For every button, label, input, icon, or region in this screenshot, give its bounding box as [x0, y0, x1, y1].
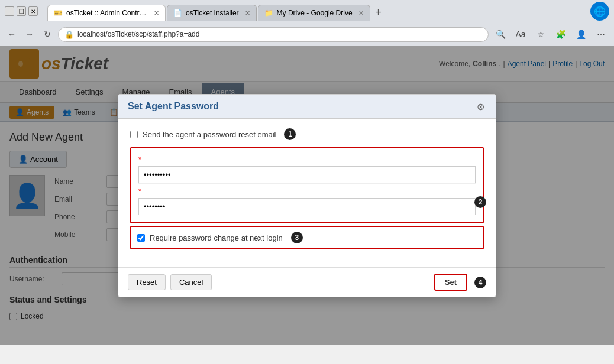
browser-profile-icon[interactable]: 👤 — [573, 26, 589, 43]
cancel-button[interactable]: Cancel — [170, 274, 212, 290]
forward-button[interactable]: → — [22, 27, 37, 41]
tab-label-3: My Drive - Google Drive — [277, 9, 353, 17]
confirm-password-input[interactable] — [138, 198, 476, 215]
modal-body: Send the agent a password reset email 1 … — [118, 119, 496, 267]
modal-close-button[interactable]: ⊗ — [474, 100, 486, 112]
edge-icon: 🌐 — [590, 2, 609, 21]
read-mode-icon[interactable]: Aa — [512, 26, 529, 43]
restore-button[interactable]: ❐ — [17, 6, 26, 16]
tab-osticket-admin[interactable]: 🎫 osTicket :: Admin Control Panel ✕ — [47, 5, 166, 21]
browser-extension-icon[interactable]: 🧩 — [552, 26, 569, 43]
set-button[interactable]: Set — [434, 274, 467, 291]
tab-label: osTicket :: Admin Control Panel — [66, 9, 148, 17]
password-input[interactable] — [138, 166, 476, 183]
lock-icon: 🔒 — [64, 30, 74, 39]
close-tab-icon[interactable]: ✕ — [154, 9, 159, 17]
search-bar-icon: 🔍 — [492, 26, 509, 43]
require-change-label: Require password change at next login — [150, 233, 283, 242]
send-email-row: Send the agent a password reset email 1 — [130, 128, 484, 140]
close-button[interactable]: ✕ — [28, 6, 38, 16]
tab-favicon-3: 📁 — [264, 9, 273, 17]
reset-button[interactable]: Reset — [128, 274, 166, 290]
badge-1: 1 — [284, 128, 296, 140]
tab-google-drive[interactable]: 📁 My Drive - Google Drive ✕ — [258, 5, 370, 21]
tab-favicon: 🎫 — [54, 9, 63, 17]
tab-favicon-2: 📄 — [173, 9, 182, 17]
tab-osticket-installer[interactable]: 📄 osTicket Installer ✕ — [167, 5, 257, 21]
require-change-checkbox[interactable] — [137, 234, 145, 242]
send-email-label: Send the agent a password reset email — [143, 130, 276, 139]
close-tab-2-icon[interactable]: ✕ — [245, 9, 250, 17]
more-options-icon[interactable]: ⋯ — [593, 26, 609, 43]
set-password-modal: Set Agent Password ⊗ Send the agent a pa… — [118, 94, 496, 297]
send-email-checkbox[interactable] — [130, 131, 138, 138]
badge-3: 3 — [291, 232, 303, 243]
required-star-2: * — [138, 187, 141, 196]
modal-overlay: Set Agent Password ⊗ Send the agent a pa… — [0, 46, 614, 345]
modal-header: Set Agent Password ⊗ — [118, 95, 496, 119]
modal-title: Set Agent Password — [128, 101, 219, 112]
favorites-icon[interactable]: ☆ — [532, 26, 549, 43]
window-controls[interactable]: — ❐ ✕ — [5, 6, 38, 16]
close-tab-3-icon[interactable]: ✕ — [358, 9, 364, 17]
refresh-button[interactable]: ↻ — [40, 27, 54, 41]
required-star-1: * — [138, 155, 141, 164]
url-text: localhost/osTicket/scp/staff.php?a=add — [77, 30, 199, 38]
require-change-row: Require password change at next login 3 — [130, 226, 484, 249]
minimize-button[interactable]: — — [5, 6, 14, 16]
back-button[interactable]: ← — [5, 27, 19, 41]
address-bar[interactable]: 🔒 localhost/osTicket/scp/staff.php?a=add — [58, 27, 489, 42]
password-fields-section: * * — [130, 147, 484, 223]
modal-footer: Reset Cancel Set 4 — [118, 267, 496, 297]
badge-4: 4 — [474, 277, 486, 288]
new-tab-button[interactable]: + — [370, 4, 387, 21]
tab-label-2: osTicket Installer — [186, 9, 239, 17]
